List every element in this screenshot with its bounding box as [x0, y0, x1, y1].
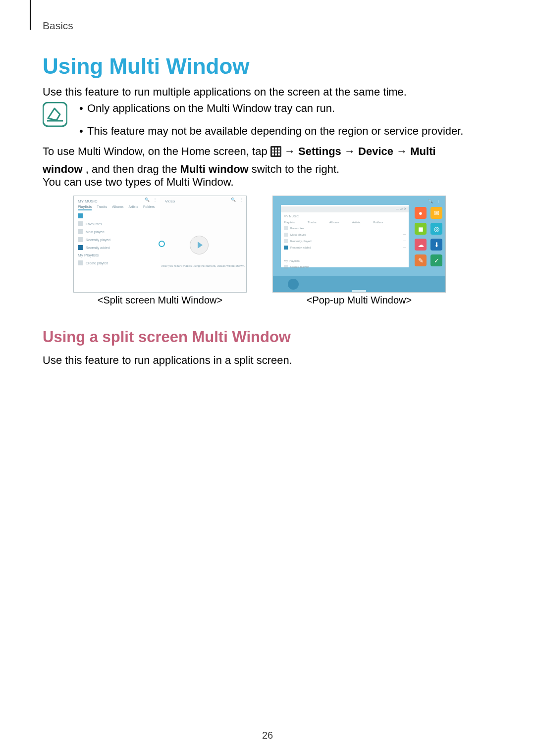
popup-screenshot: — ▱ ✕ MY MUSIC PlaylistsTracksAlbumsArti… [272, 196, 446, 293]
page: Basics Using Multi Window Use this featu… [0, 0, 535, 756]
note-item: •Only applications on the Multi Window t… [79, 102, 463, 115]
types-paragraph: You can use two types of Multi Window. [43, 176, 234, 189]
note-block: •Only applications on the Multi Window t… [43, 102, 463, 148]
text: , and then drag the [86, 163, 180, 175]
note-item: •This feature may not be available depen… [79, 125, 463, 138]
page-title: Using Multi Window [43, 54, 250, 78]
svg-rect-8 [278, 151, 280, 152]
music-tabs: PlaylistsTracksAlbumsArtistsFolders [78, 205, 160, 210]
tray-app-icon: ✓ [430, 254, 442, 266]
note-text: This feature may not be available depend… [87, 125, 463, 138]
path-settings: Settings [298, 145, 341, 157]
figure-split: MY MUSIC PlaylistsTracksAlbumsArtistsFol… [73, 196, 247, 306]
text: switch to the right. [252, 163, 339, 175]
arrow: → [284, 145, 298, 157]
window-controls-icon: — ▱ ✕ [396, 207, 407, 211]
split-screenshot: MY MUSIC PlaylistsTracksAlbumsArtistsFol… [73, 196, 247, 293]
note-icon [43, 102, 67, 127]
tray-app-icon: ● [415, 207, 427, 219]
path-device: Device [358, 145, 393, 157]
subheading: Using a split screen Multi Window [43, 328, 291, 346]
subheading-paragraph: Use this feature to run applications in … [43, 354, 292, 367]
svg-rect-9 [272, 153, 274, 155]
svg-rect-3 [272, 148, 274, 150]
tray-app-icon: ✎ [415, 254, 427, 266]
note-list: •Only applications on the Multi Window t… [79, 102, 463, 148]
multiwindow-tray-col1: ● ◼ ☁ ✎ [415, 207, 427, 266]
arrow: → [396, 145, 410, 157]
figure-caption: <Split screen Multi Window> [98, 295, 222, 306]
popup-window: — ▱ ✕ MY MUSIC PlaylistsTracksAlbumsArti… [281, 205, 409, 267]
svg-rect-7 [275, 151, 277, 152]
arrow: → [344, 145, 358, 157]
section-header: Basics [43, 20, 73, 32]
text: To use Multi Window, on the Home screen,… [43, 145, 270, 157]
divider-handle-icon [159, 241, 165, 247]
split-right-pane: Video 🔍 ⋮ After you record videos using … [160, 196, 246, 292]
tray-app-icon: ◼ [415, 223, 427, 235]
popup-titlebar [281, 206, 409, 212]
bold-multiwindow: Multi window [180, 163, 249, 175]
svg-rect-6 [272, 151, 274, 152]
page-number: 26 [0, 730, 535, 741]
home-icon [288, 279, 299, 290]
figure-caption: <Pop-up Multi Window> [307, 295, 412, 306]
tray-app-icon: ✉ [430, 207, 442, 219]
note-text: Only applications on the Multi Window tr… [87, 102, 335, 115]
status-icons: 🔍 ⋮ [428, 199, 440, 203]
multiwindow-tray-col2: ✉ ◎ ⬇ ✓ [430, 207, 442, 266]
svg-rect-0 [43, 102, 67, 126]
svg-rect-10 [275, 153, 277, 155]
tray-app-icon: ◎ [430, 223, 442, 235]
tray-app-icon: ☁ [415, 239, 427, 251]
figure-row: MY MUSIC PlaylistsTracksAlbumsArtistsFol… [73, 196, 446, 306]
header-rule [30, 0, 31, 30]
tray-app-icon: ⬇ [430, 239, 442, 251]
svg-rect-4 [275, 148, 277, 150]
figure-popup: — ▱ ✕ MY MUSIC PlaylistsTracksAlbumsArti… [272, 196, 446, 306]
intro-paragraph: Use this feature to run multiple applica… [43, 86, 407, 99]
tray-handle-icon [352, 290, 366, 292]
svg-rect-11 [278, 153, 280, 155]
svg-rect-5 [278, 148, 280, 150]
play-icon [190, 236, 209, 254]
video-hint: After you record videos using the camera… [160, 264, 246, 267]
instruction-paragraph: To use Multi Window, on the Home screen,… [43, 144, 474, 177]
apps-icon [270, 146, 281, 161]
split-left-pane: MY MUSIC PlaylistsTracksAlbumsArtistsFol… [74, 196, 160, 292]
